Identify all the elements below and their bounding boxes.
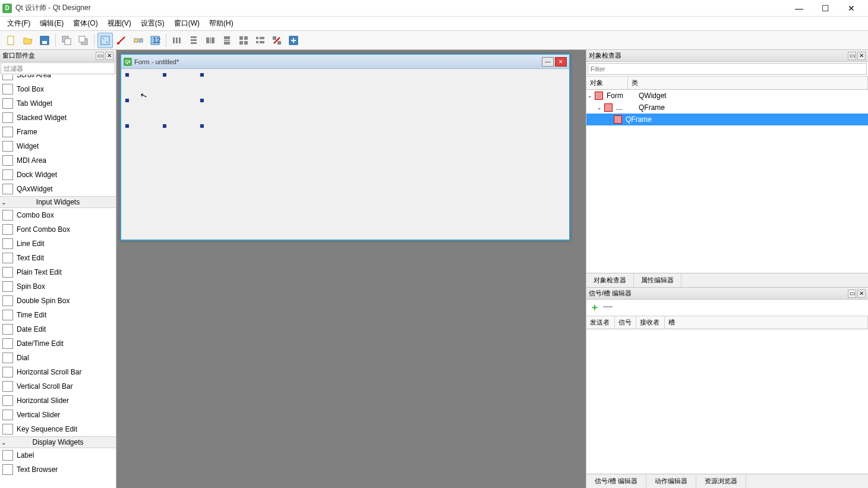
widget-item[interactable]: Widget [0,139,116,153]
widget-item[interactable]: Stacked Widget [0,111,116,125]
menu-help[interactable]: 帮助(H) [204,17,238,30]
layout-form-button[interactable] [252,33,268,48]
edit-buddies-button[interactable] [131,33,146,48]
tree-col-object[interactable]: 对象 [586,77,628,89]
widget-filter-input[interactable] [1,62,115,74]
inspector-filter-input[interactable] [588,63,867,75]
sigslot-close-button[interactable]: ✕ [857,289,866,298]
widget-item[interactable]: Double Spin Box [0,294,116,308]
widget-item[interactable]: Tool Box [0,82,116,96]
sigslot-body[interactable] [586,329,868,474]
widget-item[interactable]: Horizontal Scroll Bar [0,365,116,379]
menu-file[interactable]: 文件(F) [2,17,35,30]
tab-signal-slot[interactable]: 信号/槽 编辑器 [586,474,646,488]
design-canvas[interactable]: Qt Form - untitled* — ✕ ↖ [116,50,586,488]
widget-item[interactable]: Plain Text Edit [0,265,116,279]
maximize-button[interactable]: ☐ [818,1,832,15]
object-tree[interactable]: ⌄FormQWidget⌄...QFrameQFrame [586,90,868,273]
widget-list[interactable]: Scroll AreaTool BoxTab WidgetStacked Wid… [0,75,116,488]
menu-view[interactable]: 视图(V) [103,17,136,30]
resize-handle-mr[interactable] [200,99,204,102]
widget-item[interactable]: Horizontal Slider [0,393,116,408]
send-back-button[interactable] [59,33,74,48]
widget-item[interactable]: Line Edit [0,237,116,251]
tree-col-class[interactable]: 类 [628,77,868,89]
widget-item[interactable]: Dock Widget [0,168,116,182]
widget-item[interactable]: MDI Area [0,153,116,168]
form-titlebar[interactable]: Qt Form - untitled* — ✕ [121,55,569,69]
resize-handle-tr[interactable] [200,73,204,77]
widget-item[interactable]: Date Edit [0,322,116,336]
form-body[interactable]: ↖ [121,69,569,240]
close-button[interactable]: ✕ [844,1,858,15]
widget-item[interactable]: Tab Widget [0,96,116,111]
layout-vertical-button[interactable] [186,33,201,48]
widget-item[interactable]: Spin Box [0,279,116,294]
col-slot[interactable]: 槽 [665,316,868,329]
widget-item[interactable]: Scroll Area [0,75,116,82]
tab-object-inspector[interactable]: 对象检查器 [586,273,634,287]
widget-item[interactable]: Combo Box [0,208,116,222]
add-connection-button[interactable]: ＋ [590,301,599,314]
tab-resource-browser[interactable]: 资源浏览器 [696,474,746,488]
widget-item[interactable]: Key Sequence Edit [0,422,116,436]
tree-row[interactable]: QFrame [586,114,868,125]
tree-arrow-icon[interactable]: ⌄ [586,93,594,99]
widget-item[interactable]: Text Browser [0,462,116,477]
widget-item[interactable]: Text Edit [0,251,116,265]
widget-box-float-button[interactable]: ▭ [96,52,104,60]
menu-settings[interactable]: 设置(S) [136,17,169,30]
resize-handle-br[interactable] [200,124,204,128]
widget-item[interactable]: Font Combo Box [0,222,116,237]
tree-row[interactable]: ⌄...QFrame [586,102,868,114]
bring-front-button[interactable] [75,33,91,48]
resize-handle-bl[interactable] [125,124,129,128]
resize-handle-tm[interactable] [163,73,166,77]
widget-item[interactable]: Frame [0,125,116,139]
adjust-size-button[interactable] [286,33,301,48]
menu-edit[interactable]: 编辑(E) [35,17,68,30]
tab-action-editor[interactable]: 动作编辑器 [646,474,696,488]
sigslot-float-button[interactable]: ▭ [848,289,856,298]
widget-item[interactable]: Dial [0,351,116,365]
col-sender[interactable]: 发送者 [586,316,615,329]
remove-connection-button[interactable]: — [603,301,613,314]
inspector-float-button[interactable]: ▭ [848,52,856,60]
menu-form[interactable]: 窗体(O) [68,17,102,30]
layout-grid-button[interactable] [236,33,251,48]
widget-item[interactable]: Label [0,448,116,462]
form-minimize-button[interactable]: — [542,57,554,67]
form-close-button[interactable]: ✕ [555,57,567,67]
save-file-button[interactable] [37,33,52,48]
widget-item[interactable]: Vertical Scroll Bar [0,379,116,393]
widget-item[interactable]: QAxWidget [0,182,116,196]
break-layout-button[interactable] [269,33,285,48]
widget-group[interactable]: ⌄Display Widgets [0,436,116,448]
col-receiver[interactable]: 接收者 [636,316,665,329]
new-file-button[interactable] [4,33,19,48]
resize-handle-ml[interactable] [125,99,129,102]
widget-item[interactable]: Time Edit [0,308,116,322]
edit-widgets-button[interactable] [97,33,113,48]
edit-signals-button[interactable] [114,33,130,48]
tab-property-editor[interactable]: 属性编辑器 [634,273,681,287]
widget-box-close-button[interactable]: ✕ [105,52,113,60]
menu-window[interactable]: 窗口(W) [169,17,204,30]
edit-taborder-button[interactable]: 12 [147,33,163,48]
minimize-button[interactable]: — [792,1,806,15]
form-window[interactable]: Qt Form - untitled* — ✕ ↖ [120,53,570,241]
resize-handle-tl[interactable] [125,73,129,77]
resize-handle-bm[interactable] [163,124,166,128]
tree-arrow-icon[interactable]: ⌄ [596,105,603,111]
open-file-button[interactable] [20,33,36,48]
selected-qframe[interactable]: ↖ [127,75,202,126]
tree-row[interactable]: ⌄FormQWidget [586,90,868,102]
layout-hsplit-button[interactable] [203,33,218,48]
inspector-close-button[interactable]: ✕ [857,52,866,60]
layout-vsplit-button[interactable] [219,33,235,48]
layout-horizontal-button[interactable] [169,33,185,48]
widget-item[interactable]: Vertical Slider [0,408,116,422]
col-signal[interactable]: 信号 [615,316,636,329]
widget-group[interactable]: ⌄Input Widgets [0,196,116,208]
widget-item[interactable]: Date/Time Edit [0,336,116,351]
